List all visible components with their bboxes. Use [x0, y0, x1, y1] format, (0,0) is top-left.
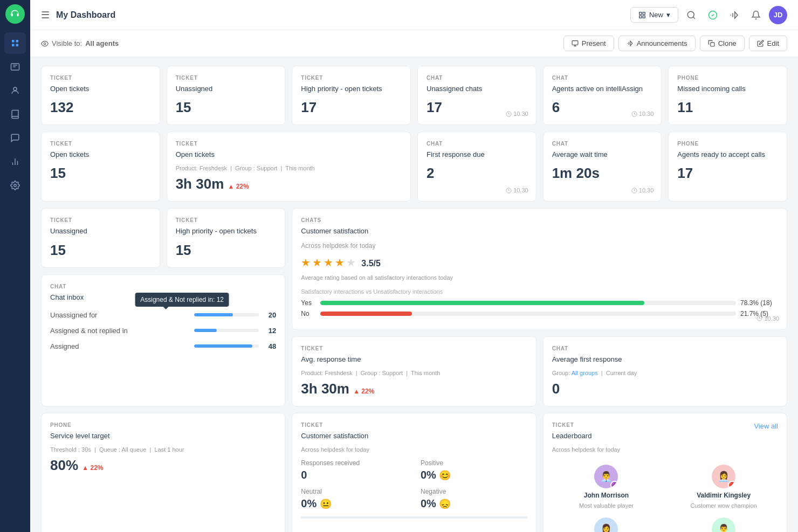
card-high-priority-15-row3: TICKET High priority - open tickets 15	[167, 208, 286, 267]
search-icon[interactable]	[683, 6, 700, 24]
visibility-info: Visible to: All agents	[41, 39, 119, 47]
topbar-actions: New ▾ JD	[630, 6, 787, 24]
star-3: ★	[324, 256, 333, 269]
megaphone-icon[interactable]	[726, 6, 743, 24]
star-5: ★	[346, 256, 356, 269]
svg-rect-4	[643, 12, 645, 14]
svg-point-7	[687, 11, 694, 18]
edit-button[interactable]: Edit	[749, 36, 787, 51]
topbar: ☰ My Dashboard New ▾ JD	[30, 0, 798, 30]
sidebar-item-contacts[interactable]	[4, 80, 26, 101]
sidebar-item-chat[interactable]	[4, 127, 26, 149]
subheader-actions: Present Announcements Clone Edit	[563, 36, 787, 51]
subheader: Visible to: All agents Present Announcem…	[30, 30, 798, 57]
card-unassigned-chats-17: CHAT Unassigned chats 17 10.30	[417, 66, 536, 125]
svg-point-9	[44, 43, 46, 45]
menu-icon[interactable]: ☰	[41, 9, 50, 21]
star-1: ★	[301, 256, 311, 269]
sidebar-item-settings[interactable]	[4, 175, 26, 196]
clone-button[interactable]: Clone	[700, 36, 745, 51]
dashboard-grid: TICKET Open tickets 132 TICKET Unassigne…	[30, 57, 798, 532]
card-high-priority-17: TICKET High priority - open tickets 17	[292, 66, 411, 125]
card-ticket-csat: TICKET Customer satisfaction Across help…	[292, 413, 536, 532]
sidebar-item-tickets[interactable]	[4, 56, 26, 78]
sidebar-item-dashboard[interactable]	[4, 32, 26, 54]
card-avg-first-response: CHAT Average first response Group: All g…	[543, 336, 787, 406]
view-all-link[interactable]: View all	[754, 422, 778, 430]
visible-value: All agents	[85, 39, 119, 47]
card-chats-csat: CHATS Customer satisfaction Across helpd…	[292, 208, 787, 329]
card-open-tickets-3h30m: TICKET Open tickets Product: Freshdesk |…	[167, 132, 411, 202]
svg-rect-3	[639, 12, 642, 14]
card-agents-ready-17: PHONE Agents ready to accept calls 17	[668, 132, 787, 202]
card-missed-calls-11: PHONE Missed incoming calls 11	[668, 66, 787, 125]
tooltip-assigned-not-replied: Assigned & Not replied in: 12	[135, 293, 229, 307]
leader-valdimir: 👩‍💼 ❤️ Valdimir Kingsley Customer wow ch…	[669, 465, 778, 509]
card-unassigned-15-row3: TICKET Unassigned 15	[41, 208, 160, 267]
leader-john: 👨‍💼 💜 John Morrison Most valuable player	[552, 465, 661, 509]
card-avg-response: TICKET Avg. response time Product: Fresh…	[292, 336, 536, 406]
card-open-tickets-132: TICKET Open tickets 132	[41, 66, 160, 125]
leaderboard-grid: 👨‍💼 💜 John Morrison Most valuable player…	[552, 465, 778, 532]
svg-point-1	[13, 87, 17, 91]
card-first-response-due-2: CHAT First response due 2 10.30	[417, 132, 536, 202]
new-button[interactable]: New ▾	[630, 7, 678, 23]
notifications-icon[interactable]	[747, 6, 765, 24]
main-area: ☰ My Dashboard New ▾ JD	[30, 0, 798, 532]
status-icon[interactable]	[704, 6, 721, 24]
svg-rect-11	[711, 43, 714, 46]
card-chat-inbox: CHAT Chat inbox Unassigned for 20 Assign…	[41, 274, 285, 406]
user-avatar[interactable]: JD	[769, 6, 787, 24]
announcements-button[interactable]: Announcements	[618, 36, 696, 51]
svg-rect-6	[643, 16, 645, 18]
card-service-level: PHONE Service level target Threshold : 3…	[41, 413, 285, 532]
svg-rect-10	[572, 41, 578, 45]
logo[interactable]	[5, 4, 25, 24]
card-open-tickets-15: TICKET Open tickets 15	[41, 132, 160, 202]
visible-label: Visible to:	[52, 39, 82, 47]
star-2: ★	[312, 256, 322, 269]
sidebar-item-reports[interactable]	[4, 151, 26, 172]
sidebar	[0, 0, 30, 532]
svg-point-2	[14, 184, 17, 187]
card-avg-wait-1m20s: CHAT Average wait time 1m 20s 10.30	[543, 132, 662, 202]
sidebar-item-knowledge[interactable]	[4, 103, 26, 125]
leader-kabuto: 👨‍💼 Kabuto Yakushi Speed racer	[669, 517, 778, 532]
card-leaderboard: TICKET Leaderboard Across helpdesk for t…	[543, 413, 787, 532]
star-4: ★	[335, 256, 345, 269]
card-intelliassign-6: CHAT Agents active on intelliAssign 6 10…	[543, 66, 662, 125]
card-unassigned-15: TICKET Unassigned 15	[167, 66, 286, 125]
page-title: My Dashboard	[56, 10, 624, 20]
leader-lily: 👩‍💼 Lily Collins Sharp shooter	[552, 517, 661, 532]
present-button[interactable]: Present	[563, 36, 614, 51]
svg-rect-5	[639, 16, 642, 18]
